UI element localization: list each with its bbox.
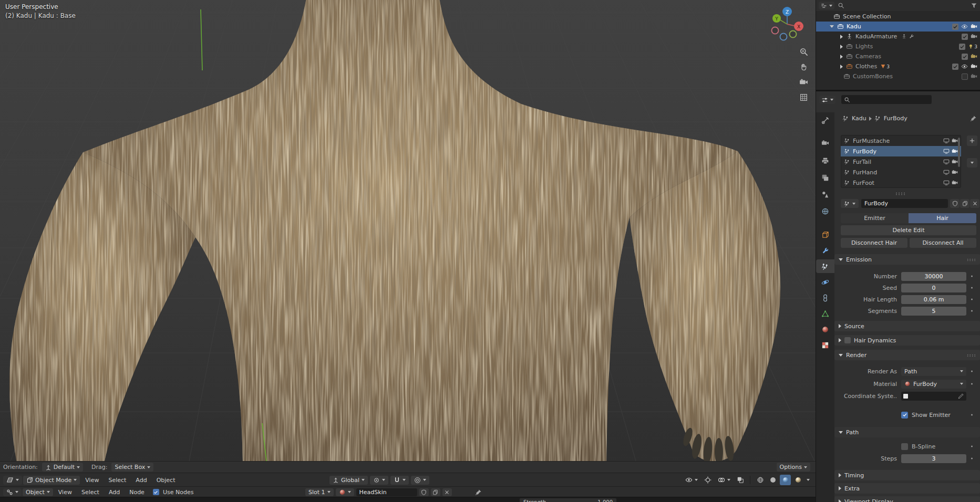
list-scrollbar[interactable] [958, 138, 960, 167]
3d-viewport[interactable]: User Perspective (2) Kadu | Kadu : Base … [0, 0, 816, 461]
segments-input[interactable]: 5 [901, 307, 966, 316]
node-strength-slider[interactable]: Strength 1.000 [519, 498, 617, 502]
outliner-row-scene-collection[interactable]: Scene Collection [816, 12, 980, 22]
animate-dot[interactable] [971, 458, 973, 459]
display-toggle-icon[interactable] [943, 138, 950, 144]
render-toggle-icon[interactable] [952, 180, 958, 186]
menu-select[interactable]: Select [77, 489, 104, 496]
shading-wireframe-button[interactable] [755, 475, 766, 485]
gizmo-neg-x-axis[interactable] [772, 27, 779, 34]
options-dropdown[interactable]: Options [777, 463, 810, 472]
animate-dot[interactable] [971, 276, 973, 277]
display-toggle-icon[interactable] [943, 180, 950, 186]
proportional-editing-dropdown[interactable] [411, 476, 429, 485]
disclosure-right-icon[interactable] [840, 55, 843, 59]
animate-dot[interactable] [971, 446, 973, 447]
tab-texture[interactable] [816, 338, 834, 352]
unlink-material-button[interactable] [442, 488, 452, 496]
search-icon[interactable] [838, 2, 844, 9]
transform-orientation-dropdown[interactable]: Global [329, 476, 368, 485]
pan-hand-button[interactable] [798, 61, 809, 72]
particle-system-row[interactable]: FurHand [841, 167, 961, 177]
camera-icon[interactable] [971, 73, 977, 80]
editor-type-dropdown[interactable] [819, 96, 835, 104]
particle-name-field[interactable]: FurBody [861, 199, 948, 208]
menu-add[interactable]: Add [131, 477, 151, 484]
breadcrumb-data[interactable]: FurBody [884, 115, 907, 122]
menu-view[interactable]: View [54, 489, 76, 496]
panel-path[interactable]: Path [834, 427, 980, 437]
display-toggle-icon[interactable] [943, 159, 950, 165]
particle-specials-dropdown[interactable] [967, 158, 977, 168]
overlays-dropdown[interactable] [715, 476, 734, 485]
unlink-button[interactable] [970, 199, 979, 208]
render-toggle-icon[interactable] [952, 169, 958, 175]
render-toggle-icon[interactable] [952, 159, 958, 165]
mode-dropdown[interactable]: Object Mode [23, 476, 80, 485]
tab-modifiers[interactable] [816, 244, 834, 257]
add-particle-system-button[interactable] [967, 135, 977, 146]
tab-particles[interactable] [816, 259, 834, 273]
search-input[interactable] [841, 95, 932, 104]
particle-system-row-selected[interactable]: FurBody [841, 146, 961, 156]
menu-add[interactable]: Add [105, 489, 124, 496]
camera-icon[interactable] [971, 23, 977, 30]
tab-object-data[interactable] [816, 307, 834, 320]
panel-timing[interactable]: Timing [834, 470, 980, 480]
tab-world[interactable] [816, 204, 834, 218]
use-nodes-checkbox[interactable] [153, 489, 159, 495]
shader-type-dropdown[interactable]: Object [23, 488, 53, 496]
outliner-row-cameras[interactable]: Cameras [816, 51, 980, 61]
orthographic-toggle-button[interactable] [798, 92, 809, 102]
render-toggle-icon[interactable] [952, 148, 958, 154]
material-slot-dropdown[interactable]: Slot 1 [305, 488, 334, 496]
animate-dot[interactable] [971, 310, 973, 312]
tab-hair[interactable]: Hair [909, 213, 976, 223]
panel-drag-grip[interactable] [966, 256, 976, 263]
browse-material-dropdown[interactable] [336, 488, 354, 496]
animate-dot[interactable] [971, 383, 973, 385]
material-dropdown[interactable]: FurBody [901, 380, 966, 389]
eye-icon[interactable] [961, 23, 968, 30]
outliner-row-kadu[interactable]: Kadu [816, 22, 980, 32]
eye-icon[interactable] [961, 63, 968, 70]
disclosure-right-icon[interactable] [840, 35, 843, 39]
eyedropper-icon[interactable] [958, 393, 964, 399]
editor-type-dropdown[interactable] [3, 476, 22, 485]
camera-icon[interactable] [971, 33, 977, 40]
outliner-row-lights[interactable]: Lights 3 [816, 41, 980, 51]
disclosure-right-icon[interactable] [840, 45, 843, 49]
camera-view-button[interactable] [798, 77, 809, 87]
collection-checkbox[interactable] [962, 54, 968, 60]
tab-emitter[interactable]: Emitter [841, 213, 909, 223]
delete-edit-button[interactable]: Delete Edit [841, 225, 976, 235]
shader-editor-content[interactable]: Strength 1.000 [0, 497, 816, 502]
hair-length-input[interactable]: 0.06 m [901, 295, 966, 304]
filter-icon[interactable] [971, 2, 977, 9]
tab-tool[interactable] [816, 113, 834, 127]
bspline-checkbox[interactable] [901, 443, 908, 450]
editor-type-dropdown[interactable] [819, 2, 834, 9]
panel-viewport-display[interactable]: Viewport Display [834, 496, 980, 502]
panel-drag-grip[interactable] [966, 352, 976, 359]
snap-dropdown[interactable] [390, 476, 409, 485]
gizmo-neg-y-axis[interactable] [790, 31, 797, 38]
show-emitter-checkbox[interactable] [901, 412, 908, 419]
disconnect-all-button[interactable]: Disconnect All [910, 238, 976, 248]
collection-checkbox[interactable] [959, 44, 965, 50]
shading-material-button[interactable] [780, 475, 791, 485]
tab-material[interactable] [816, 322, 834, 336]
steps-input[interactable]: 3 [901, 454, 966, 463]
number-input[interactable]: 30000 [901, 272, 966, 281]
xray-toggle-button[interactable] [735, 475, 746, 485]
disclosure-right-icon[interactable] [840, 65, 843, 69]
zoom-tool-button[interactable] [798, 46, 809, 57]
editor-type-dropdown[interactable] [3, 488, 22, 496]
menu-select[interactable]: Select [104, 477, 130, 484]
particle-system-row[interactable]: FurFoot [841, 177, 961, 188]
animate-dot[interactable] [971, 371, 973, 372]
disconnect-hair-button[interactable]: Disconnect Hair [841, 238, 907, 248]
drag-dropdown[interactable]: Select Box [111, 463, 153, 472]
disclosure-down-icon[interactable] [830, 25, 834, 28]
particle-system-row[interactable]: FurMustache [841, 135, 961, 146]
